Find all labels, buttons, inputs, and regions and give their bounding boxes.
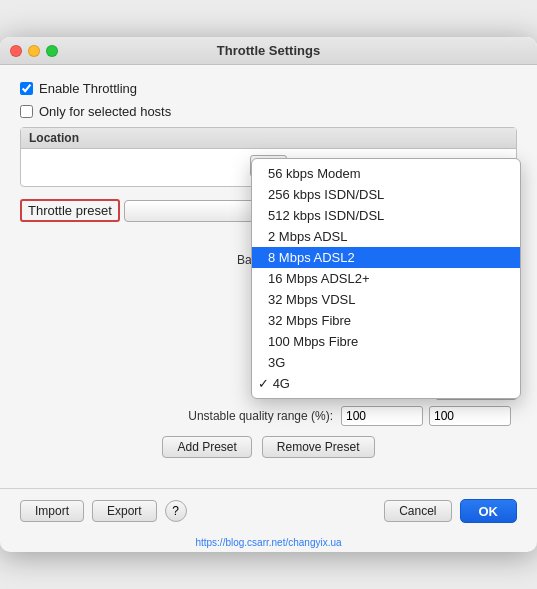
import-button[interactable]: Import — [20, 500, 84, 522]
preset-dropdown[interactable]: 56 kbps Modem 256 kbps ISDN/DSL 512 kbps… — [251, 158, 521, 399]
close-button[interactable] — [10, 45, 22, 57]
maximize-button[interactable] — [46, 45, 58, 57]
add-preset-button[interactable]: Add Preset — [162, 436, 251, 458]
dropdown-item-3g[interactable]: 3G — [252, 352, 520, 373]
dropdown-item-32vdsl[interactable]: 32 Mbps VDSL — [252, 289, 520, 310]
location-table: Location 56 kbps Modem 256 kbps ISDN/DSL… — [20, 127, 517, 187]
only-selected-hosts-row: Only for selected hosts — [20, 104, 517, 119]
dropdown-item-16mbps[interactable]: 16 Mbps ADSL2+ — [252, 268, 520, 289]
only-selected-hosts-label: Only for selected hosts — [39, 104, 171, 119]
unstable-quality-label: Unstable quality range (%): — [20, 409, 341, 423]
only-selected-hosts-checkbox[interactable] — [20, 105, 33, 118]
help-button[interactable]: ? — [165, 500, 187, 522]
minimize-button[interactable] — [28, 45, 40, 57]
dropdown-item-32fibre[interactable]: 32 Mbps Fibre — [252, 310, 520, 331]
enable-throttling-checkbox[interactable] — [20, 82, 33, 95]
cancel-button[interactable]: Cancel — [384, 500, 451, 522]
main-content: Enable Throttling Only for selected host… — [0, 65, 537, 488]
watermark: https://blog.csarr.net/changyix.ua — [0, 537, 537, 552]
footer-left: Import Export ? — [20, 500, 187, 522]
dropdown-item-4g[interactable]: 4G — [252, 373, 520, 394]
dropdown-item-2mbps[interactable]: 2 Mbps ADSL — [252, 226, 520, 247]
unstable-quality-input2[interactable] — [429, 406, 511, 426]
enable-throttling-label: Enable Throttling — [39, 81, 137, 96]
footer: Import Export ? Cancel OK — [0, 488, 537, 537]
export-button[interactable]: Export — [92, 500, 157, 522]
location-column-header: Location — [21, 128, 516, 149]
dropdown-item-56kbps[interactable]: 56 kbps Modem — [252, 163, 520, 184]
throttle-preset-label: Throttle preset — [20, 199, 120, 222]
traffic-lights — [10, 45, 58, 57]
window-title: Throttle Settings — [217, 43, 320, 58]
dropdown-item-256kbps[interactable]: 256 kbps ISDN/DSL — [252, 184, 520, 205]
dropdown-item-512kbps[interactable]: 512 kbps ISDN/DSL — [252, 205, 520, 226]
unstable-quality-row: Unstable quality range (%): — [20, 406, 517, 426]
unstable-quality-input1[interactable] — [341, 406, 423, 426]
remove-preset-button[interactable]: Remove Preset — [262, 436, 375, 458]
dropdown-item-8mbps[interactable]: 8 Mbps ADSL2 — [252, 247, 520, 268]
ok-button[interactable]: OK — [460, 499, 518, 523]
throttle-settings-window: Throttle Settings Enable Throttling Only… — [0, 37, 537, 552]
dropdown-item-100fibre[interactable]: 100 Mbps Fibre — [252, 331, 520, 352]
footer-right: Cancel OK — [384, 499, 517, 523]
enable-throttling-row: Enable Throttling — [20, 81, 517, 96]
preset-buttons-row: Add Preset Remove Preset — [20, 436, 517, 458]
titlebar: Throttle Settings — [0, 37, 537, 65]
